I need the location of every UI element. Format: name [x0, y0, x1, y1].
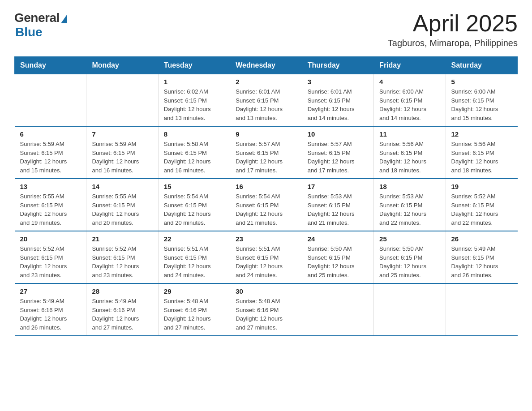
day-info: Sunrise: 5:55 AMSunset: 6:15 PMDaylight:… [92, 192, 152, 227]
calendar-table: SundayMondayTuesdayWednesdayThursdayFrid… [14, 56, 518, 336]
day-info: Sunrise: 5:52 AMSunset: 6:15 PMDaylight:… [451, 192, 512, 227]
day-info: Sunrise: 5:48 AMSunset: 6:16 PMDaylight:… [164, 297, 224, 332]
day-info: Sunrise: 5:56 AMSunset: 6:15 PMDaylight:… [379, 140, 440, 175]
logo: General Blue [14, 11, 67, 39]
day-info: Sunrise: 6:02 AMSunset: 6:15 PMDaylight:… [164, 87, 224, 122]
calendar-cell: 23Sunrise: 5:51 AMSunset: 6:15 PMDayligh… [230, 231, 302, 283]
week-row-5: 27Sunrise: 5:49 AMSunset: 6:16 PMDayligh… [15, 283, 518, 336]
week-row-4: 20Sunrise: 5:52 AMSunset: 6:15 PMDayligh… [15, 231, 518, 283]
day-number: 10 [308, 130, 368, 138]
day-info: Sunrise: 5:57 AMSunset: 6:15 PMDaylight:… [236, 140, 296, 175]
day-number: 21 [92, 235, 152, 243]
calendar-cell: 8Sunrise: 5:58 AMSunset: 6:15 PMDaylight… [158, 126, 230, 179]
day-number: 5 [451, 78, 512, 86]
calendar-cell: 26Sunrise: 5:49 AMSunset: 6:15 PMDayligh… [446, 231, 517, 283]
day-info: Sunrise: 5:49 AMSunset: 6:16 PMDaylight:… [92, 297, 152, 332]
calendar-cell: 11Sunrise: 5:56 AMSunset: 6:15 PMDayligh… [374, 126, 446, 179]
calendar-cell: 28Sunrise: 5:49 AMSunset: 6:16 PMDayligh… [86, 283, 158, 336]
page-header: General Blue April 2025 Tagburos, Mimaro… [14, 11, 518, 48]
title-block: April 2025 Tagburos, Mimaropa, Philippin… [388, 11, 518, 48]
calendar-cell: 9Sunrise: 5:57 AMSunset: 6:15 PMDaylight… [230, 126, 302, 179]
location: Tagburos, Mimaropa, Philippines [388, 38, 518, 48]
calendar-header: SundayMondayTuesdayWednesdayThursdayFrid… [15, 57, 518, 74]
day-info: Sunrise: 5:53 AMSunset: 6:15 PMDaylight:… [308, 192, 368, 227]
calendar-cell: 14Sunrise: 5:55 AMSunset: 6:15 PMDayligh… [86, 179, 158, 231]
day-number: 1 [164, 78, 224, 86]
day-info: Sunrise: 5:54 AMSunset: 6:15 PMDaylight:… [236, 192, 296, 227]
week-row-3: 13Sunrise: 5:55 AMSunset: 6:15 PMDayligh… [15, 179, 518, 231]
calendar-cell [302, 283, 373, 336]
day-number: 14 [92, 183, 152, 190]
day-number: 16 [236, 183, 296, 190]
day-info: Sunrise: 5:51 AMSunset: 6:15 PMDaylight:… [236, 244, 296, 279]
calendar-cell: 29Sunrise: 5:48 AMSunset: 6:16 PMDayligh… [158, 283, 230, 336]
calendar-cell: 1Sunrise: 6:02 AMSunset: 6:15 PMDaylight… [158, 74, 230, 127]
day-number: 28 [92, 287, 152, 295]
calendar-cell [86, 74, 158, 127]
calendar-body: 1Sunrise: 6:02 AMSunset: 6:15 PMDaylight… [15, 74, 518, 336]
header-monday: Monday [86, 57, 158, 74]
header-friday: Friday [374, 57, 446, 74]
day-info: Sunrise: 5:52 AMSunset: 6:15 PMDaylight:… [20, 244, 81, 279]
day-number: 9 [236, 130, 296, 138]
calendar-cell: 13Sunrise: 5:55 AMSunset: 6:15 PMDayligh… [15, 179, 86, 231]
calendar-cell: 7Sunrise: 5:59 AMSunset: 6:15 PMDaylight… [86, 126, 158, 179]
month-title: April 2025 [388, 11, 518, 36]
day-info: Sunrise: 5:55 AMSunset: 6:15 PMDaylight:… [20, 192, 81, 227]
day-info: Sunrise: 5:52 AMSunset: 6:15 PMDaylight:… [92, 244, 152, 279]
day-number: 25 [379, 235, 440, 243]
logo-triangle-icon [61, 14, 67, 23]
day-number: 11 [379, 130, 440, 138]
calendar-cell [15, 74, 86, 127]
day-number: 13 [20, 183, 81, 190]
calendar-cell [374, 283, 446, 336]
day-info: Sunrise: 5:57 AMSunset: 6:15 PMDaylight:… [308, 140, 368, 175]
day-info: Sunrise: 5:53 AMSunset: 6:15 PMDaylight:… [379, 192, 440, 227]
day-number: 19 [451, 183, 512, 190]
calendar-cell: 16Sunrise: 5:54 AMSunset: 6:15 PMDayligh… [230, 179, 302, 231]
day-info: Sunrise: 6:00 AMSunset: 6:15 PMDaylight:… [379, 87, 440, 122]
header-sunday: Sunday [15, 57, 86, 74]
day-info: Sunrise: 5:49 AMSunset: 6:16 PMDaylight:… [20, 297, 81, 332]
calendar-cell: 15Sunrise: 5:54 AMSunset: 6:15 PMDayligh… [158, 179, 230, 231]
header-wednesday: Wednesday [230, 57, 302, 74]
calendar-cell: 10Sunrise: 5:57 AMSunset: 6:15 PMDayligh… [302, 126, 373, 179]
calendar-cell: 18Sunrise: 5:53 AMSunset: 6:15 PMDayligh… [374, 179, 446, 231]
day-number: 30 [236, 287, 296, 295]
day-info: Sunrise: 5:50 AMSunset: 6:15 PMDaylight:… [379, 244, 440, 279]
day-info: Sunrise: 5:59 AMSunset: 6:15 PMDaylight:… [92, 140, 152, 175]
day-number: 22 [164, 235, 224, 243]
day-number: 4 [379, 78, 440, 86]
calendar-cell: 30Sunrise: 5:48 AMSunset: 6:16 PMDayligh… [230, 283, 302, 336]
day-info: Sunrise: 5:51 AMSunset: 6:15 PMDaylight:… [164, 244, 224, 279]
day-number: 24 [308, 235, 368, 243]
calendar-cell: 25Sunrise: 5:50 AMSunset: 6:15 PMDayligh… [374, 231, 446, 283]
header-row: SundayMondayTuesdayWednesdayThursdayFrid… [15, 57, 518, 74]
day-number: 7 [92, 130, 152, 138]
day-number: 23 [236, 235, 296, 243]
header-thursday: Thursday [302, 57, 373, 74]
day-info: Sunrise: 6:01 AMSunset: 6:15 PMDaylight:… [236, 87, 296, 122]
day-number: 12 [451, 130, 512, 138]
day-info: Sunrise: 5:54 AMSunset: 6:15 PMDaylight:… [164, 192, 224, 227]
calendar-cell: 27Sunrise: 5:49 AMSunset: 6:16 PMDayligh… [15, 283, 86, 336]
day-info: Sunrise: 5:50 AMSunset: 6:15 PMDaylight:… [308, 244, 368, 279]
day-number: 2 [236, 78, 296, 86]
day-number: 3 [308, 78, 368, 86]
day-number: 18 [379, 183, 440, 190]
logo-general-text: General [14, 11, 60, 25]
calendar-cell: 19Sunrise: 5:52 AMSunset: 6:15 PMDayligh… [446, 179, 517, 231]
day-number: 27 [20, 287, 81, 295]
calendar-cell: 20Sunrise: 5:52 AMSunset: 6:15 PMDayligh… [15, 231, 86, 283]
week-row-1: 1Sunrise: 6:02 AMSunset: 6:15 PMDaylight… [15, 74, 518, 127]
calendar-cell: 2Sunrise: 6:01 AMSunset: 6:15 PMDaylight… [230, 74, 302, 127]
day-info: Sunrise: 5:58 AMSunset: 6:15 PMDaylight:… [164, 140, 224, 175]
day-number: 6 [20, 130, 81, 138]
calendar-cell: 21Sunrise: 5:52 AMSunset: 6:15 PMDayligh… [86, 231, 158, 283]
calendar-cell: 22Sunrise: 5:51 AMSunset: 6:15 PMDayligh… [158, 231, 230, 283]
week-row-2: 6Sunrise: 5:59 AMSunset: 6:15 PMDaylight… [15, 126, 518, 179]
header-tuesday: Tuesday [158, 57, 230, 74]
day-info: Sunrise: 6:01 AMSunset: 6:15 PMDaylight:… [308, 87, 368, 122]
calendar-cell: 4Sunrise: 6:00 AMSunset: 6:15 PMDaylight… [374, 74, 446, 127]
day-number: 29 [164, 287, 224, 295]
